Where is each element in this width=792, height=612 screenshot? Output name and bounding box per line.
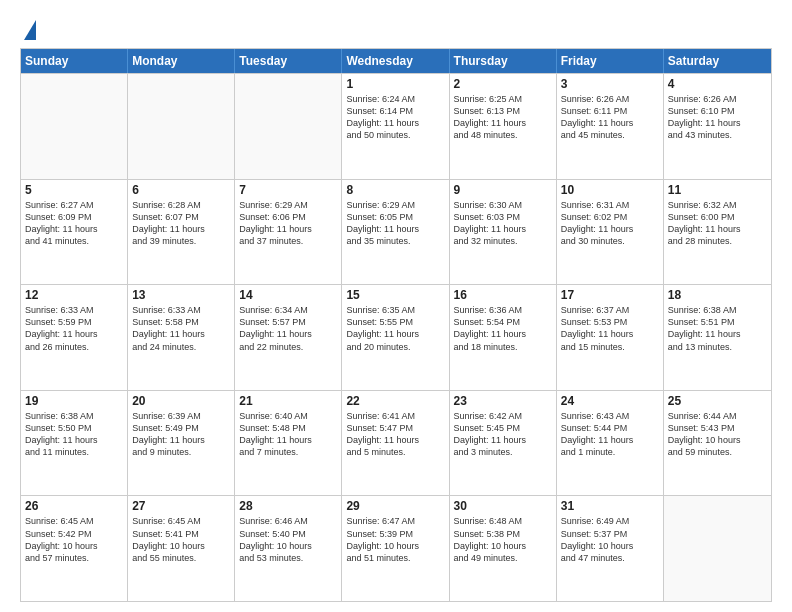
day-number: 6 bbox=[132, 183, 230, 197]
day-number: 23 bbox=[454, 394, 552, 408]
calendar-row-3: 12Sunrise: 6:33 AMSunset: 5:59 PMDayligh… bbox=[21, 284, 771, 390]
calendar-cell: 19Sunrise: 6:38 AMSunset: 5:50 PMDayligh… bbox=[21, 391, 128, 496]
calendar-cell: 31Sunrise: 6:49 AMSunset: 5:37 PMDayligh… bbox=[557, 496, 664, 601]
day-number: 4 bbox=[668, 77, 767, 91]
calendar-header-saturday: Saturday bbox=[664, 49, 771, 73]
day-number: 12 bbox=[25, 288, 123, 302]
calendar-header-row: SundayMondayTuesdayWednesdayThursdayFrid… bbox=[21, 49, 771, 73]
page: SundayMondayTuesdayWednesdayThursdayFrid… bbox=[0, 0, 792, 612]
header bbox=[20, 18, 772, 40]
day-number: 5 bbox=[25, 183, 123, 197]
calendar-cell: 18Sunrise: 6:38 AMSunset: 5:51 PMDayligh… bbox=[664, 285, 771, 390]
calendar-row-1: 1Sunrise: 6:24 AMSunset: 6:14 PMDaylight… bbox=[21, 73, 771, 179]
cell-detail: Sunrise: 6:30 AMSunset: 6:03 PMDaylight:… bbox=[454, 199, 552, 248]
calendar-cell bbox=[664, 496, 771, 601]
cell-detail: Sunrise: 6:37 AMSunset: 5:53 PMDaylight:… bbox=[561, 304, 659, 353]
logo bbox=[20, 18, 36, 40]
calendar-row-4: 19Sunrise: 6:38 AMSunset: 5:50 PMDayligh… bbox=[21, 390, 771, 496]
calendar-cell: 3Sunrise: 6:26 AMSunset: 6:11 PMDaylight… bbox=[557, 74, 664, 179]
day-number: 18 bbox=[668, 288, 767, 302]
cell-detail: Sunrise: 6:34 AMSunset: 5:57 PMDaylight:… bbox=[239, 304, 337, 353]
calendar-cell: 20Sunrise: 6:39 AMSunset: 5:49 PMDayligh… bbox=[128, 391, 235, 496]
day-number: 3 bbox=[561, 77, 659, 91]
cell-detail: Sunrise: 6:47 AMSunset: 5:39 PMDaylight:… bbox=[346, 515, 444, 564]
calendar-cell: 6Sunrise: 6:28 AMSunset: 6:07 PMDaylight… bbox=[128, 180, 235, 285]
calendar-cell: 29Sunrise: 6:47 AMSunset: 5:39 PMDayligh… bbox=[342, 496, 449, 601]
cell-detail: Sunrise: 6:33 AMSunset: 5:58 PMDaylight:… bbox=[132, 304, 230, 353]
day-number: 13 bbox=[132, 288, 230, 302]
calendar-cell: 10Sunrise: 6:31 AMSunset: 6:02 PMDayligh… bbox=[557, 180, 664, 285]
day-number: 11 bbox=[668, 183, 767, 197]
cell-detail: Sunrise: 6:35 AMSunset: 5:55 PMDaylight:… bbox=[346, 304, 444, 353]
day-number: 21 bbox=[239, 394, 337, 408]
day-number: 14 bbox=[239, 288, 337, 302]
calendar-header-friday: Friday bbox=[557, 49, 664, 73]
day-number: 20 bbox=[132, 394, 230, 408]
calendar-cell bbox=[235, 74, 342, 179]
calendar-row-5: 26Sunrise: 6:45 AMSunset: 5:42 PMDayligh… bbox=[21, 495, 771, 601]
cell-detail: Sunrise: 6:42 AMSunset: 5:45 PMDaylight:… bbox=[454, 410, 552, 459]
calendar-cell bbox=[128, 74, 235, 179]
calendar-cell: 30Sunrise: 6:48 AMSunset: 5:38 PMDayligh… bbox=[450, 496, 557, 601]
calendar-header-wednesday: Wednesday bbox=[342, 49, 449, 73]
cell-detail: Sunrise: 6:26 AMSunset: 6:10 PMDaylight:… bbox=[668, 93, 767, 142]
day-number: 19 bbox=[25, 394, 123, 408]
day-number: 8 bbox=[346, 183, 444, 197]
cell-detail: Sunrise: 6:49 AMSunset: 5:37 PMDaylight:… bbox=[561, 515, 659, 564]
calendar-cell: 9Sunrise: 6:30 AMSunset: 6:03 PMDaylight… bbox=[450, 180, 557, 285]
day-number: 27 bbox=[132, 499, 230, 513]
cell-detail: Sunrise: 6:40 AMSunset: 5:48 PMDaylight:… bbox=[239, 410, 337, 459]
cell-detail: Sunrise: 6:38 AMSunset: 5:51 PMDaylight:… bbox=[668, 304, 767, 353]
cell-detail: Sunrise: 6:25 AMSunset: 6:13 PMDaylight:… bbox=[454, 93, 552, 142]
cell-detail: Sunrise: 6:43 AMSunset: 5:44 PMDaylight:… bbox=[561, 410, 659, 459]
day-number: 9 bbox=[454, 183, 552, 197]
calendar-cell: 7Sunrise: 6:29 AMSunset: 6:06 PMDaylight… bbox=[235, 180, 342, 285]
calendar-cell: 23Sunrise: 6:42 AMSunset: 5:45 PMDayligh… bbox=[450, 391, 557, 496]
cell-detail: Sunrise: 6:27 AMSunset: 6:09 PMDaylight:… bbox=[25, 199, 123, 248]
calendar-cell: 27Sunrise: 6:45 AMSunset: 5:41 PMDayligh… bbox=[128, 496, 235, 601]
cell-detail: Sunrise: 6:26 AMSunset: 6:11 PMDaylight:… bbox=[561, 93, 659, 142]
cell-detail: Sunrise: 6:44 AMSunset: 5:43 PMDaylight:… bbox=[668, 410, 767, 459]
calendar-cell: 25Sunrise: 6:44 AMSunset: 5:43 PMDayligh… bbox=[664, 391, 771, 496]
calendar-cell: 28Sunrise: 6:46 AMSunset: 5:40 PMDayligh… bbox=[235, 496, 342, 601]
cell-detail: Sunrise: 6:24 AMSunset: 6:14 PMDaylight:… bbox=[346, 93, 444, 142]
cell-detail: Sunrise: 6:31 AMSunset: 6:02 PMDaylight:… bbox=[561, 199, 659, 248]
day-number: 24 bbox=[561, 394, 659, 408]
cell-detail: Sunrise: 6:33 AMSunset: 5:59 PMDaylight:… bbox=[25, 304, 123, 353]
cell-detail: Sunrise: 6:38 AMSunset: 5:50 PMDaylight:… bbox=[25, 410, 123, 459]
calendar-cell: 14Sunrise: 6:34 AMSunset: 5:57 PMDayligh… bbox=[235, 285, 342, 390]
day-number: 10 bbox=[561, 183, 659, 197]
day-number: 2 bbox=[454, 77, 552, 91]
calendar-cell: 17Sunrise: 6:37 AMSunset: 5:53 PMDayligh… bbox=[557, 285, 664, 390]
calendar-cell: 22Sunrise: 6:41 AMSunset: 5:47 PMDayligh… bbox=[342, 391, 449, 496]
calendar-cell: 16Sunrise: 6:36 AMSunset: 5:54 PMDayligh… bbox=[450, 285, 557, 390]
calendar-cell: 11Sunrise: 6:32 AMSunset: 6:00 PMDayligh… bbox=[664, 180, 771, 285]
cell-detail: Sunrise: 6:29 AMSunset: 6:06 PMDaylight:… bbox=[239, 199, 337, 248]
calendar-cell: 21Sunrise: 6:40 AMSunset: 5:48 PMDayligh… bbox=[235, 391, 342, 496]
calendar-header-tuesday: Tuesday bbox=[235, 49, 342, 73]
calendar-row-2: 5Sunrise: 6:27 AMSunset: 6:09 PMDaylight… bbox=[21, 179, 771, 285]
calendar-cell: 4Sunrise: 6:26 AMSunset: 6:10 PMDaylight… bbox=[664, 74, 771, 179]
cell-detail: Sunrise: 6:45 AMSunset: 5:41 PMDaylight:… bbox=[132, 515, 230, 564]
calendar-body: 1Sunrise: 6:24 AMSunset: 6:14 PMDaylight… bbox=[21, 73, 771, 601]
calendar-cell: 1Sunrise: 6:24 AMSunset: 6:14 PMDaylight… bbox=[342, 74, 449, 179]
calendar: SundayMondayTuesdayWednesdayThursdayFrid… bbox=[20, 48, 772, 602]
calendar-header-sunday: Sunday bbox=[21, 49, 128, 73]
day-number: 22 bbox=[346, 394, 444, 408]
calendar-header-thursday: Thursday bbox=[450, 49, 557, 73]
calendar-cell: 13Sunrise: 6:33 AMSunset: 5:58 PMDayligh… bbox=[128, 285, 235, 390]
cell-detail: Sunrise: 6:28 AMSunset: 6:07 PMDaylight:… bbox=[132, 199, 230, 248]
day-number: 31 bbox=[561, 499, 659, 513]
calendar-header-monday: Monday bbox=[128, 49, 235, 73]
day-number: 16 bbox=[454, 288, 552, 302]
calendar-cell: 2Sunrise: 6:25 AMSunset: 6:13 PMDaylight… bbox=[450, 74, 557, 179]
logo-triangle-icon bbox=[24, 20, 36, 40]
cell-detail: Sunrise: 6:32 AMSunset: 6:00 PMDaylight:… bbox=[668, 199, 767, 248]
day-number: 15 bbox=[346, 288, 444, 302]
calendar-cell: 24Sunrise: 6:43 AMSunset: 5:44 PMDayligh… bbox=[557, 391, 664, 496]
day-number: 30 bbox=[454, 499, 552, 513]
cell-detail: Sunrise: 6:41 AMSunset: 5:47 PMDaylight:… bbox=[346, 410, 444, 459]
calendar-cell: 26Sunrise: 6:45 AMSunset: 5:42 PMDayligh… bbox=[21, 496, 128, 601]
day-number: 7 bbox=[239, 183, 337, 197]
cell-detail: Sunrise: 6:36 AMSunset: 5:54 PMDaylight:… bbox=[454, 304, 552, 353]
